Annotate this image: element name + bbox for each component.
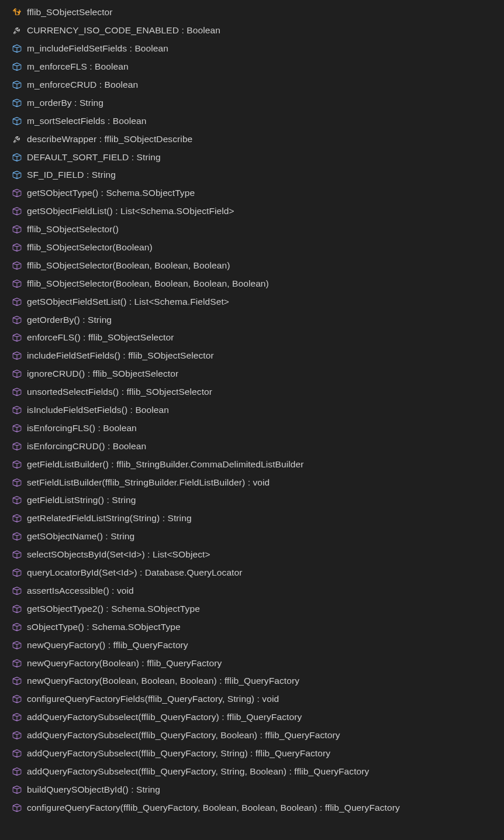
outline-item[interactable]: enforceFLS() : fflib_SObjectSelector bbox=[0, 329, 504, 347]
outline-item-label: m_enforceFLS : Boolean bbox=[27, 61, 129, 72]
method-icon bbox=[12, 495, 22, 505]
outline-item[interactable]: configureQueryFactory(fflib_QueryFactory… bbox=[0, 798, 504, 817]
outline-item[interactable]: addQueryFactorySubselect(fflib_QueryFact… bbox=[0, 727, 504, 745]
method-icon bbox=[12, 387, 22, 397]
outline-item-label: setFieldListBuilder(fflib_StringBuilder.… bbox=[27, 477, 270, 488]
method-icon bbox=[12, 423, 22, 433]
outline-item[interactable]: assertIsAccessible() : void bbox=[0, 582, 504, 600]
outline-item-label: addQueryFactorySubselect(fflib_QueryFact… bbox=[27, 712, 302, 722]
outline-item-label: isEnforcingCRUD() : Boolean bbox=[27, 441, 146, 452]
outline-item[interactable]: newQueryFactory(Boolean, Boolean, Boolea… bbox=[0, 672, 504, 690]
outline-item-label: getOrderBy() : String bbox=[27, 315, 112, 325]
outline-item[interactable]: configureQueryFactoryFields(fflib_QueryF… bbox=[0, 690, 504, 708]
method-icon bbox=[12, 260, 22, 271]
outline-item[interactable]: unsortedSelectFields() : fflib_SObjectSe… bbox=[0, 383, 504, 401]
method-icon bbox=[12, 369, 22, 379]
outline-item[interactable]: m_enforceCRUD : Boolean bbox=[0, 76, 504, 94]
outline-item-label: getRelatedFieldListString(String) : Stri… bbox=[27, 513, 192, 524]
outline-item[interactable]: SF_ID_FIELD : String bbox=[0, 166, 504, 184]
method-icon bbox=[12, 405, 22, 415]
field-icon bbox=[12, 61, 22, 72]
method-icon bbox=[12, 549, 22, 560]
outline-item[interactable]: getSObjectFieldList() : List<Schema.SObj… bbox=[0, 202, 504, 221]
outline-item-label: includeFieldSetFields() : fflib_SObjectS… bbox=[27, 350, 214, 361]
outline-item-label: m_orderBy : String bbox=[27, 98, 103, 108]
outline-item-label: selectSObjectsById(Set<Id>) : List<SObje… bbox=[27, 549, 210, 560]
outline-item-label: isEnforcingFLS() : Boolean bbox=[27, 423, 137, 433]
outline-item[interactable]: DEFAULT_SORT_FIELD : String bbox=[0, 148, 504, 166]
method-icon bbox=[12, 297, 22, 307]
outline-item-label: newQueryFactory() : fflib_QueryFactory bbox=[27, 640, 188, 650]
outline-item-label: sObjectType() : Schema.SObjectType bbox=[27, 622, 181, 632]
outline-item-label: unsortedSelectFields() : fflib_SObjectSe… bbox=[27, 387, 212, 397]
outline-item-label: SF_ID_FIELD : String bbox=[27, 170, 116, 180]
outline-item-label: fflib_SObjectSelector(Boolean, Boolean, … bbox=[27, 278, 269, 289]
outline-item[interactable]: getSObjectType() : Schema.SObjectType bbox=[0, 184, 504, 202]
outline-item[interactable]: m_orderBy : String bbox=[0, 94, 504, 112]
outline-item-label: newQueryFactory(Boolean) : fflib_QueryFa… bbox=[27, 658, 222, 669]
outline-item[interactable]: isIncludeFieldSetFields() : Boolean bbox=[0, 401, 504, 419]
outline-item[interactable]: getRelatedFieldListString(String) : Stri… bbox=[0, 509, 504, 528]
outline-item[interactable]: addQueryFactorySubselect(fflib_QueryFact… bbox=[0, 762, 504, 780]
outline-item[interactable]: fflib_SObjectSelector(Boolean, Boolean, … bbox=[0, 256, 504, 274]
field-icon bbox=[12, 80, 22, 90]
method-icon bbox=[12, 477, 22, 488]
outline-item-label: enforceFLS() : fflib_SObjectSelector bbox=[27, 332, 174, 343]
method-icon bbox=[12, 694, 22, 704]
outline-item[interactable]: addQueryFactorySubselect(fflib_QueryFact… bbox=[0, 708, 504, 727]
outline-item-label: m_enforceCRUD : Boolean bbox=[27, 80, 138, 90]
outline-item[interactable]: fflib_SObjectSelector() bbox=[0, 221, 504, 239]
outline-item-label: assertIsAccessible() : void bbox=[27, 586, 134, 596]
outline-item[interactable]: m_enforceFLS : Boolean bbox=[0, 58, 504, 76]
method-icon bbox=[12, 604, 22, 614]
outline-item[interactable]: selectSObjectsById(Set<Id>) : List<SObje… bbox=[0, 546, 504, 564]
field-icon bbox=[12, 116, 22, 126]
outline-item[interactable]: newQueryFactory() : fflib_QueryFactory bbox=[0, 636, 504, 654]
outline-item[interactable]: m_sortSelectFields : Boolean bbox=[0, 112, 504, 130]
outline-item[interactable]: fflib_SObjectSelector(Boolean) bbox=[0, 239, 504, 257]
outline-item[interactable]: newQueryFactory(Boolean) : fflib_QueryFa… bbox=[0, 654, 504, 672]
outline-item[interactable]: getFieldListString() : String bbox=[0, 491, 504, 509]
property-icon bbox=[12, 25, 22, 36]
outline-item[interactable]: ignoreCRUD() : fflib_SObjectSelector bbox=[0, 365, 504, 383]
outline-item-label: ignoreCRUD() : fflib_SObjectSelector bbox=[27, 369, 178, 379]
outline-item-label: isIncludeFieldSetFields() : Boolean bbox=[27, 405, 169, 415]
outline-item-label: addQueryFactorySubselect(fflib_QueryFact… bbox=[27, 766, 369, 777]
outline-item-label: getSObjectFieldList() : List<Schema.SObj… bbox=[27, 206, 234, 216]
outline-item-label: addQueryFactorySubselect(fflib_QueryFact… bbox=[27, 748, 330, 759]
outline-item[interactable]: describeWrapper : fflib_SObjectDescribe bbox=[0, 130, 504, 148]
outline-item[interactable]: queryLocatorById(Set<Id>) : Database.Que… bbox=[0, 564, 504, 582]
outline-item-label: m_includeFieldSetFields : Boolean bbox=[27, 43, 168, 54]
outline-item-label: getFieldListBuilder() : fflib_StringBuil… bbox=[27, 459, 304, 470]
class-icon bbox=[12, 7, 22, 18]
outline-item[interactable]: addQueryFactorySubselect(fflib_QueryFact… bbox=[0, 745, 504, 763]
outline-item-label: DEFAULT_SORT_FIELD : String bbox=[27, 152, 161, 163]
outline-item[interactable]: sObjectType() : Schema.SObjectType bbox=[0, 618, 504, 636]
outline-item[interactable]: getOrderBy() : String bbox=[0, 311, 504, 329]
outline-item[interactable]: CURRENCY_ISO_CODE_ENABLED : Boolean bbox=[0, 22, 504, 40]
outline-item[interactable]: m_includeFieldSetFields : Boolean bbox=[0, 40, 504, 58]
outline-item[interactable]: setFieldListBuilder(fflib_StringBuilder.… bbox=[0, 473, 504, 491]
outline-item-label: getFieldListString() : String bbox=[27, 495, 136, 505]
outline-item-label: addQueryFactorySubselect(fflib_QueryFact… bbox=[27, 730, 340, 741]
outline-item[interactable]: getFieldListBuilder() : fflib_StringBuil… bbox=[0, 455, 504, 473]
method-icon bbox=[12, 350, 22, 361]
outline-item-label: describeWrapper : fflib_SObjectDescribe bbox=[27, 134, 192, 144]
outline-item[interactable]: isEnforcingCRUD() : Boolean bbox=[0, 437, 504, 455]
method-icon bbox=[12, 242, 22, 253]
outline-item[interactable]: getSObjectType2() : Schema.SObjectType bbox=[0, 600, 504, 618]
outline-item-label: getSObjectName() : String bbox=[27, 531, 134, 542]
outline-item-label: configureQueryFactoryFields(fflib_QueryF… bbox=[27, 694, 279, 704]
outline-item[interactable]: isEnforcingFLS() : Boolean bbox=[0, 419, 504, 437]
outline-item[interactable]: getSObjectFieldSetList() : List<Schema.F… bbox=[0, 292, 504, 311]
outline-item[interactable]: getSObjectName() : String bbox=[0, 528, 504, 546]
outline-item[interactable]: fflib_SObjectSelector(Boolean, Boolean, … bbox=[0, 274, 504, 292]
outline-item[interactable]: buildQuerySObjectById() : String bbox=[0, 780, 504, 798]
outline-item-label: newQueryFactory(Boolean, Boolean, Boolea… bbox=[27, 676, 299, 686]
method-icon bbox=[12, 676, 22, 686]
method-icon bbox=[12, 278, 22, 289]
method-icon bbox=[12, 766, 22, 777]
outline-item[interactable]: includeFieldSetFields() : fflib_SObjectS… bbox=[0, 347, 504, 365]
outline-item[interactable]: fflib_SObjectSelector bbox=[0, 4, 504, 22]
field-icon bbox=[12, 170, 22, 180]
